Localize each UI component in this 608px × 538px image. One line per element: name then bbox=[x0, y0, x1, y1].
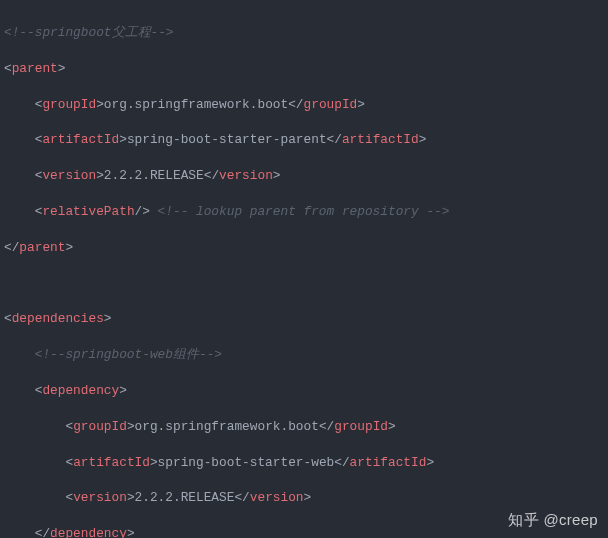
comment-lookup: <!-- lookup parent from repository --> bbox=[150, 204, 450, 219]
code-block: <!--springboot父工程--> <parent> <groupId>o… bbox=[0, 0, 608, 538]
comment-springboot-parent: <!--springboot父工程--> bbox=[4, 25, 174, 40]
comment-web: <!--springboot-web组件--> bbox=[35, 347, 222, 362]
watermark: 知乎 @creep bbox=[508, 509, 598, 530]
